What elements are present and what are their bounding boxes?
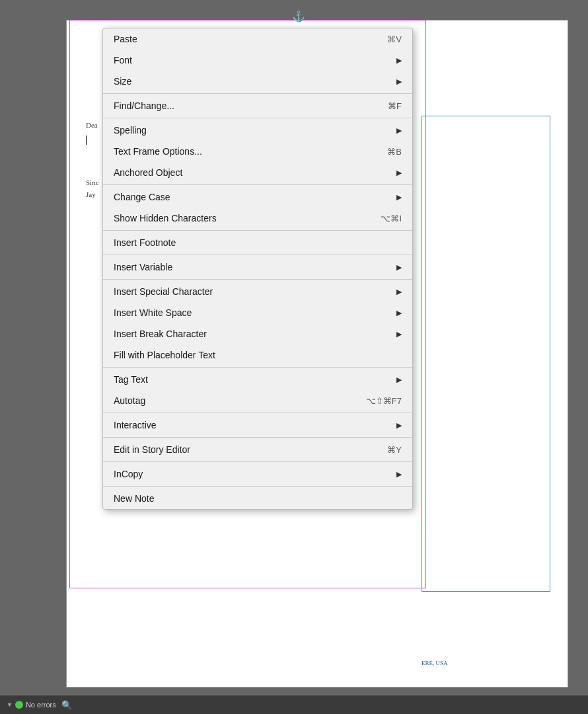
doc-text-jay: Jay <box>86 190 96 198</box>
menu-item-label-find-change: Find/Change... <box>114 100 174 111</box>
menu-item-label-change-case: Change Case <box>114 192 170 202</box>
submenu-arrow-interactive: ▶ <box>396 421 402 430</box>
divider-after-insert-variable <box>103 279 412 280</box>
submenu-arrow-spelling: ▶ <box>396 126 402 135</box>
submenu-arrow-size: ▶ <box>396 77 402 86</box>
menu-item-font[interactable]: Font▶ <box>103 50 412 71</box>
menu-item-autotag[interactable]: Autotag⌥⇧⌘F7 <box>103 390 412 411</box>
menu-item-size[interactable]: Size▶ <box>103 71 412 92</box>
divider-after-size <box>103 93 412 94</box>
menu-item-fill-placeholder[interactable]: Fill with Placeholder Text <box>103 344 412 366</box>
menu-item-label-autotag: Autotag <box>114 395 145 406</box>
submenu-arrow-insert-break-character: ▶ <box>396 330 402 338</box>
menu-item-insert-variable[interactable]: Insert Variable▶ <box>103 257 412 278</box>
divider-after-interactive <box>103 437 412 438</box>
status-label: No errors <box>26 701 56 709</box>
menu-item-label-spelling: Spelling <box>114 125 147 136</box>
menu-item-edit-story-editor[interactable]: Edit in Story Editor⌘Y <box>103 439 412 460</box>
menu-item-text-frame-options[interactable]: Text Frame Options...⌘B <box>103 141 412 162</box>
menu-item-label-tag-text: Tag Text <box>114 374 148 385</box>
menu-item-label-text-frame-options: Text Frame Options... <box>114 146 202 157</box>
submenu-arrow-tag-text: ▶ <box>396 376 402 384</box>
shortcut-show-hidden-characters: ⌥⌘I <box>381 214 402 223</box>
submenu-arrow-anchored-object: ▶ <box>396 169 402 177</box>
divider-after-show-hidden-characters <box>103 230 412 231</box>
divider-after-insert-footnote <box>103 255 412 255</box>
submenu-arrow-insert-special-character: ▶ <box>396 288 402 296</box>
menu-item-insert-white-space[interactable]: Insert White Space▶ <box>103 302 412 323</box>
menu-item-label-edit-story-editor: Edit in Story Editor <box>114 444 190 455</box>
submenu-arrow-font: ▶ <box>396 56 402 65</box>
context-menu: Paste⌘VFont▶Size▶Find/Change...⌘FSpellin… <box>102 28 413 510</box>
menu-item-tag-text[interactable]: Tag Text▶ <box>103 369 412 390</box>
divider-after-edit-story-editor <box>103 461 412 462</box>
menu-item-label-incopy: InCopy <box>114 469 143 479</box>
menu-item-insert-footnote[interactable]: Insert Footnote <box>103 232 412 253</box>
menu-item-label-new-note: New Note <box>114 493 154 504</box>
menu-item-label-interactive: Interactive <box>114 420 157 430</box>
dropdown-arrow-icon: ▼ <box>7 701 13 708</box>
menu-item-label-font: Font <box>114 55 132 65</box>
menu-item-show-hidden-characters[interactable]: Show Hidden Characters⌥⌘I <box>103 208 412 229</box>
status-dot-green <box>15 701 23 709</box>
divider-after-find-change <box>103 118 412 118</box>
status-bar: ▼ No errors 🔍 <box>0 695 588 714</box>
menu-item-label-insert-variable: Insert Variable <box>114 262 172 272</box>
menu-item-new-note[interactable]: New Note <box>103 488 412 509</box>
submenu-arrow-change-case: ▶ <box>396 193 402 202</box>
menu-item-label-insert-white-space: Insert White Space <box>114 307 192 318</box>
menu-item-incopy[interactable]: InCopy▶ <box>103 463 412 485</box>
menu-item-label-insert-break-character: Insert Break Character <box>114 329 207 339</box>
menu-item-label-show-hidden-characters: Show Hidden Characters <box>114 213 217 223</box>
menu-item-paste[interactable]: Paste⌘V <box>103 28 412 50</box>
menu-item-change-case[interactable]: Change Case▶ <box>103 186 412 208</box>
search-icon[interactable]: 🔍 <box>61 700 72 710</box>
menu-item-label-paste: Paste <box>114 34 137 44</box>
doc-text-sinc: Sinc <box>86 178 99 186</box>
menu-item-label-anchored-object: Anchored Object <box>114 167 182 178</box>
submenu-arrow-insert-variable: ▶ <box>396 263 402 272</box>
doc-text-dea: Dea <box>86 121 98 129</box>
submenu-arrow-incopy: ▶ <box>396 470 402 479</box>
menu-item-label-size: Size <box>114 76 131 87</box>
menu-item-label-insert-footnote: Insert Footnote <box>114 237 176 248</box>
menu-item-label-fill-placeholder: Fill with Placeholder Text <box>114 350 215 360</box>
menu-item-insert-break-character[interactable]: Insert Break Character▶ <box>103 323 412 344</box>
shortcut-find-change: ⌘F <box>388 101 402 111</box>
divider-after-incopy <box>103 486 412 487</box>
shortcut-autotag: ⌥⇧⌘F7 <box>366 396 402 406</box>
menu-item-spelling[interactable]: Spelling▶ <box>103 120 412 141</box>
menu-item-find-change[interactable]: Find/Change...⌘F <box>103 95 412 116</box>
status-dropdown[interactable]: ▼ No errors <box>7 701 56 709</box>
menu-item-interactive[interactable]: Interactive▶ <box>103 415 412 436</box>
menu-item-insert-special-character[interactable]: Insert Special Character▶ <box>103 281 412 302</box>
divider-after-fill-placeholder <box>103 367 412 368</box>
doc-text-cursor <box>86 136 87 145</box>
divider-after-autotag <box>103 413 412 413</box>
submenu-arrow-insert-white-space: ▶ <box>396 309 402 317</box>
shortcut-paste: ⌘V <box>387 34 402 44</box>
divider-after-anchored-object <box>103 184 412 185</box>
doc-selected-text: ERE, USA <box>422 660 448 666</box>
shortcut-text-frame-options: ⌘B <box>387 147 402 157</box>
anchor-icon: ⚓ <box>292 10 304 22</box>
menu-item-label-insert-special-character: Insert Special Character <box>114 286 213 297</box>
shortcut-edit-story-editor: ⌘Y <box>387 445 402 455</box>
menu-item-anchored-object[interactable]: Anchored Object▶ <box>103 162 412 183</box>
